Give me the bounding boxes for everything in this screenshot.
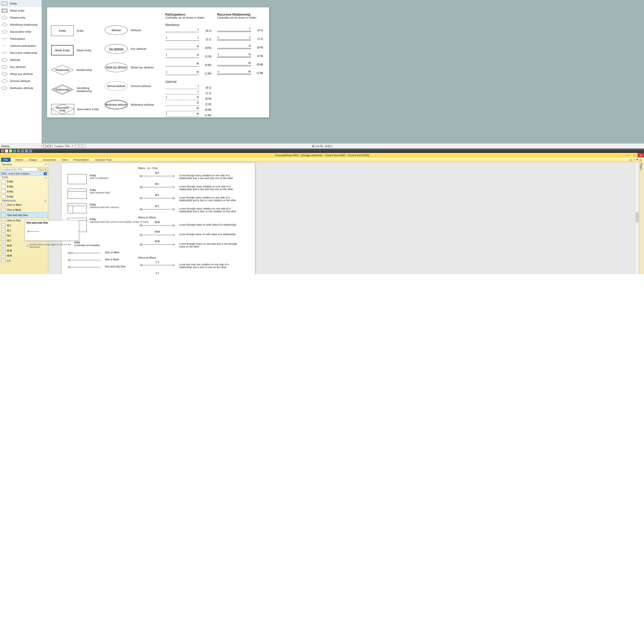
new-icon[interactable] (5, 149, 8, 152)
zoom-selector[interactable]: Custom 79%▴▾ (52, 144, 75, 148)
cf-relationship-line[interactable]: M:M (138, 223, 176, 227)
pin-icon[interactable]: ⊣ (44, 163, 47, 166)
cf-relationship-line[interactable]: M:1 (138, 185, 176, 189)
qat-more-icon[interactable] (29, 149, 32, 152)
palette-item-dash-line[interactable]: Optional participation (0, 42, 42, 49)
palette-item-ellipse-weak[interactable]: Weak key attribute (0, 70, 42, 77)
cf-simple-line[interactable] (67, 251, 102, 255)
participation-line[interactable]: 11(1:1) (165, 37, 199, 41)
ribbon-tab-shape[interactable]: Shape (26, 158, 40, 162)
library-title[interactable]: ERD, crow's foot notation ✕ (0, 172, 48, 176)
cf-entity-row[interactable]: Entity(attributes field with columns) (68, 203, 148, 213)
cf-entity-row[interactable]: Entity(with no attributes) (68, 174, 148, 184)
file-tab[interactable]: File (1, 158, 11, 162)
canvas-area[interactable]: EntityEntityWeak EntityWeak EntityRelati… (42, 0, 644, 143)
ribbon-collapse-icon[interactable]: △ (639, 158, 641, 161)
palette-item-ellipse[interactable]: Attribute (0, 56, 42, 63)
lib-relationship-item[interactable]: M:M (0, 248, 48, 253)
ribbon-tab-presentation[interactable]: Presentation (71, 158, 92, 162)
lower-canvas-area[interactable]: Many - to - One Entity(with no attribute… (48, 162, 644, 274)
ribbon-tab-view[interactable]: View (59, 158, 71, 162)
palette-item-ellipse-dash[interactable]: Derived attribute (0, 77, 42, 85)
cf-relationship-line[interactable]: M:1 (138, 174, 176, 178)
palette-item-dbl-diamond[interactable]: Identifying relationship (0, 21, 42, 28)
ribbon-dropdown-icon[interactable]: ▾ (636, 158, 638, 161)
participation-line[interactable]: 1(1:1) (165, 91, 199, 95)
search-input[interactable] (1, 168, 37, 171)
cf-relationship-line[interactable]: M:M (138, 233, 176, 237)
participation-line[interactable]: N(1:N) (165, 102, 199, 106)
library-options-button[interactable]: ≡ (43, 168, 48, 171)
diagram-shape-weak[interactable]: Weak EntityWeak Entity (51, 45, 101, 56)
cf-relationship-line[interactable]: M:1 (138, 207, 176, 211)
palette-item-diamond[interactable]: Relationship (0, 14, 42, 21)
ribbon-tab-solution-park[interactable]: Solution Park (92, 158, 114, 162)
participation-line[interactable]: 1(0:1) (165, 29, 199, 32)
diagram-shape-ellipse[interactable]: AttributeAttribute (105, 25, 155, 35)
diagram-shape-assoc[interactable]: AssociativeEntityAssociative Entity (51, 104, 101, 114)
participation-line[interactable]: N(0:N) (217, 45, 251, 49)
diagram-shape-diamond[interactable]: RelationshipRelationship (51, 65, 101, 75)
diagram-shape-dbl-diamond[interactable]: RelationshipIdentifying Relationship (51, 84, 101, 95)
pages-tab-column[interactable]: Pages (639, 162, 644, 274)
palette-item-ellipse-key[interactable]: Key attribute (0, 63, 42, 70)
lib-relationship-item[interactable]: One or More (0, 207, 48, 212)
palette-item-rect[interactable]: Entity (0, 0, 42, 7)
undo-icon[interactable] (17, 149, 20, 152)
lib-relationship-item[interactable]: M:M (0, 253, 48, 258)
participation-line[interactable]: 1(0:1) (217, 28, 251, 32)
participation-line[interactable]: 1M(1:M) (165, 71, 199, 75)
cf-simple-line[interactable] (67, 258, 102, 262)
cf-entity-row[interactable]: Entity(with attributes field) (68, 189, 148, 199)
vertical-scrollbar[interactable] (635, 162, 639, 274)
entity-group-header[interactable]: Entity▴ (0, 176, 48, 179)
close-button[interactable]: ✕ (637, 153, 644, 157)
help-icon[interactable]: ? (633, 158, 635, 161)
page-button-3[interactable] (82, 144, 86, 148)
ribbon-tab-home[interactable]: Home (13, 158, 26, 162)
cf-relationship-line[interactable]: M:M (138, 243, 176, 247)
participation-line[interactable]: 11(1:1) (217, 37, 251, 40)
search-button[interactable]: 🔍 (38, 168, 43, 171)
share-icon[interactable]: ▢ (629, 158, 632, 161)
participation-line[interactable]: 1N(1:N) (165, 54, 199, 58)
open-icon[interactable] (9, 149, 12, 152)
scroll-right-button[interactable]: ▶ (49, 144, 52, 148)
maximize-button[interactable]: ☐ (631, 153, 637, 157)
lib-relationship-item[interactable]: 1:1 (0, 258, 48, 263)
palette-item-ellipse-dbl[interactable]: Multivalue attribute (0, 85, 42, 92)
cf-one-line[interactable]: 1:1 (138, 263, 176, 267)
page-button-1[interactable] (75, 144, 79, 148)
cf-relationship-line[interactable]: M:1 (138, 196, 176, 200)
lib-entity-item[interactable]: Entity (0, 179, 48, 184)
participation-line[interactable]: 1N(1:N) (217, 54, 251, 57)
participation-line[interactable]: M(0:M) (165, 108, 199, 111)
lib-entity-item[interactable]: Entity (0, 184, 48, 189)
minimize-button[interactable]: — (624, 153, 631, 157)
page-button-2[interactable] (79, 144, 82, 148)
diagram-shape-ellipse-dash[interactable]: Derived attributeDerived attribute (105, 81, 155, 91)
diagram-shape-entity[interactable]: EntityEntity (51, 25, 101, 36)
lib-entity-item[interactable]: Entity (0, 194, 48, 199)
palette-item-dbl-line[interactable]: Recursive relationship (0, 49, 42, 56)
cf-simple-line[interactable] (67, 265, 102, 269)
participation-line[interactable]: 1M(1:M) (165, 113, 199, 117)
diagram-shape-ellipse-weakkey[interactable]: Weak key attributeWeak key attribute (105, 63, 155, 72)
lib-relationship-item[interactable]: Zero or More (0, 202, 48, 207)
participation-line[interactable]: M(0:M) (217, 62, 251, 66)
participation-line[interactable]: N(0:N) (165, 46, 199, 49)
palette-item-line[interactable]: Participation (0, 35, 42, 42)
participation-line[interactable]: 1N(0:N) (165, 97, 199, 100)
participation-line[interactable]: 1M(1:M) (217, 71, 251, 74)
cf-entity-row[interactable]: Entity(attributes field with columns and… (68, 218, 148, 232)
save-icon[interactable] (13, 149, 16, 152)
lib-entity-item[interactable]: Entity (0, 189, 48, 194)
participation-line[interactable]: M(0:M) (165, 63, 199, 66)
scroll-left-button[interactable]: ◀ (45, 144, 49, 148)
ribbon-tab-document[interactable]: Document (40, 158, 59, 162)
print-icon[interactable] (25, 149, 28, 152)
redo-icon[interactable] (21, 149, 24, 152)
relationship-group-header[interactable]: Relationship▴ (0, 199, 48, 202)
scroll-pause-button[interactable]: ‖ (42, 144, 45, 148)
library-close-icon[interactable]: ✕ (44, 172, 47, 175)
